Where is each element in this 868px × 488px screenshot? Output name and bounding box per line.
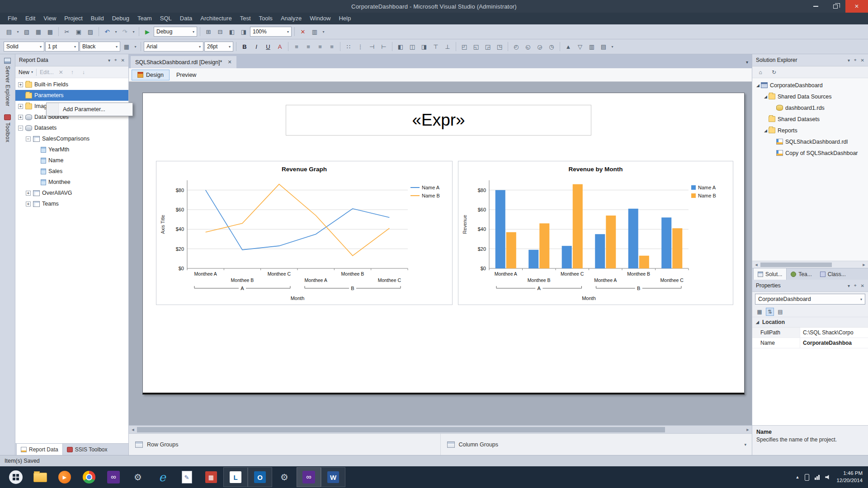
menu-debug[interactable]: Debug (108, 13, 133, 24)
configuration-tools-icon[interactable]: ⚙ (272, 467, 297, 487)
tree-item-copy-of-sqlshackdashboar[interactable]: Copy of SQLShackDashboar (752, 147, 868, 159)
pin-icon[interactable]: ⌖ (854, 57, 857, 63)
horizontal-spacing-icon[interactable]: ◴ (511, 41, 522, 52)
refresh-icon[interactable]: ↻ (770, 68, 778, 76)
report-builder-icon[interactable]: ▦ (199, 467, 223, 487)
expand-icon[interactable]: + (18, 82, 23, 87)
menu-sql[interactable]: SQL (156, 13, 176, 24)
zoom-out-icon[interactable]: ◧ (226, 26, 237, 37)
file-explorer-icon[interactable] (28, 467, 52, 487)
expand-icon[interactable]: + (26, 191, 31, 196)
property-value[interactable]: CorporateDashboa (800, 338, 868, 348)
justify-icon[interactable]: ≡ (326, 41, 337, 52)
send-to-back-icon[interactable]: ▽ (575, 41, 585, 52)
menu-item-add-parameter[interactable]: Add Parameter... (47, 103, 132, 116)
same-width-icon[interactable]: ◰ (459, 41, 470, 52)
scrollbar-thumb[interactable] (137, 427, 665, 432)
align-centers-icon[interactable]: ◫ (407, 41, 418, 52)
grouping-pane-dropdown-icon[interactable]: ▾ (744, 442, 746, 447)
size-to-grid-icon[interactable]: ◳ (494, 41, 505, 52)
font-size-combo[interactable]: 26pt▾ (204, 42, 233, 52)
tab-class-view[interactable]: Class... (816, 268, 850, 280)
debug-target-combo[interactable]: Debug▾ (154, 27, 197, 37)
sql-tools-icon[interactable]: ⚙ (126, 467, 150, 487)
zoom-in-icon[interactable]: ◨ (238, 26, 249, 37)
align-center-icon[interactable]: ≡ (303, 41, 314, 52)
tree-item-reports[interactable]: ◢Reports (752, 125, 868, 136)
pin-icon[interactable]: ⌖ (114, 57, 117, 63)
tab-preview[interactable]: Preview (171, 70, 202, 80)
start-button[interactable] (4, 467, 28, 487)
zoom-combo[interactable]: 100%▾ (250, 27, 292, 37)
taskbar-clock[interactable]: 1:46 PM 12/20/2014 (836, 470, 863, 484)
delete-report-item-icon[interactable]: ✕ (297, 26, 308, 37)
center-vertical-icon[interactable]: ◷ (546, 41, 557, 52)
collapse-icon[interactable]: ◢ (763, 94, 769, 99)
start-debug-button[interactable]: ▶ (142, 26, 153, 37)
property-value[interactable]: C:\SQL Shack\Corpo (800, 328, 868, 338)
border-color-combo[interactable]: Black▾ (80, 42, 120, 52)
tree-item-yearmth[interactable]: YearMth (15, 144, 128, 155)
border-width-combo[interactable]: 1 pt▾ (45, 42, 79, 52)
network-icon[interactable] (815, 475, 820, 480)
save-all-icon[interactable]: ▩ (45, 26, 56, 37)
new-file-dropdown-icon[interactable]: ▾ (15, 26, 20, 37)
tab-report-data[interactable]: Report Data (16, 444, 63, 455)
visual-studio-2012-icon[interactable]: ∞ (101, 467, 126, 487)
window-position-dropdown-icon[interactable]: ▾ (848, 58, 850, 63)
menu-build[interactable]: Build (87, 13, 108, 24)
outlook-icon[interactable]: O (248, 467, 272, 487)
output-window-icon[interactable]: ▥ (309, 26, 320, 37)
tree-item-teams[interactable]: +Teams (15, 198, 128, 209)
tree-item-name[interactable]: Name (15, 155, 128, 166)
close-document-icon[interactable]: ✕ (227, 59, 231, 65)
copy-icon[interactable]: ▣ (73, 26, 84, 37)
save-icon[interactable]: ▦ (33, 26, 44, 37)
vertical-spacing-icon[interactable]: ◵ (523, 41, 533, 52)
bring-to-front-icon[interactable]: ▲ (563, 41, 574, 52)
title-bar[interactable]: CorporateDashboard - Microsoft Visual St… (0, 0, 868, 13)
internet-explorer-icon[interactable]: e (150, 467, 175, 487)
undo-icon[interactable]: ↶ (102, 26, 113, 37)
window-position-dropdown-icon[interactable]: ▾ (108, 58, 110, 63)
visual-studio-icon[interactable]: ∞ (297, 467, 321, 487)
italic-button[interactable]: I (251, 41, 262, 52)
font-family-combo[interactable]: Arial▾ (144, 42, 203, 52)
redo-dropdown-icon[interactable]: ▾ (131, 26, 136, 37)
menu-architecture[interactable]: Architecture (196, 13, 236, 24)
format-toolbar-overflow-icon[interactable]: ▾ (610, 41, 615, 52)
combo-arrow-icon[interactable]: ▾ (226, 45, 231, 49)
open-file-icon[interactable]: ▧ (21, 26, 32, 37)
tree-item-datasets[interactable]: −Datasets (15, 122, 128, 133)
close-panel-icon[interactable]: ✕ (121, 58, 125, 63)
column-groups-pane[interactable]: Column Groups ▾ (440, 434, 752, 455)
tab-list-dropdown-icon[interactable]: ▾ (746, 60, 748, 65)
report-title-textbox[interactable]: «Expr» (286, 105, 591, 136)
minimize-button[interactable] (806, 0, 826, 13)
new-dropdown-button[interactable]: New ▾ (19, 69, 33, 75)
increase-indent-icon[interactable]: ⊢ (378, 41, 389, 52)
new-file-icon[interactable]: ▤ (4, 26, 14, 37)
align-tops-icon[interactable]: ⊤ (430, 41, 441, 52)
solution-explorer-scrollbar[interactable]: ◄ ► (752, 261, 868, 268)
collapse-icon[interactable]: − (18, 126, 23, 131)
collapse-icon[interactable]: − (26, 136, 31, 141)
tab-team-explorer[interactable]: Tea... (787, 268, 816, 280)
horizontal-scrollbar[interactable]: ◄ ► (129, 425, 752, 433)
tab-ssis-toolbox[interactable]: SSIS Toolbox (63, 444, 112, 455)
volume-icon[interactable] (825, 474, 831, 480)
combo-arrow-icon[interactable]: ▾ (284, 30, 289, 34)
align-right-icon[interactable]: ≡ (315, 41, 326, 52)
home-icon[interactable]: ⌂ (756, 68, 764, 76)
menu-window[interactable]: Window (306, 13, 335, 24)
property-row-name[interactable]: Name CorporateDashboa (752, 338, 868, 348)
align-bottoms-icon[interactable]: ⊥ (442, 41, 453, 52)
tree-item-parameters[interactable]: Parameters (15, 90, 128, 101)
delete-icon[interactable]: ✕ (57, 68, 65, 76)
scroll-right-icon[interactable]: ► (744, 427, 752, 432)
server-explorer-vertical-tab[interactable]: Server Explorer (4, 58, 11, 106)
tab-solution-explorer[interactable]: Solut... (753, 268, 787, 280)
border-options-dropdown-icon[interactable]: ▾ (133, 41, 138, 52)
expand-icon[interactable]: + (18, 115, 23, 120)
tree-item-overallavg[interactable]: +OverAllAVG (15, 188, 128, 198)
